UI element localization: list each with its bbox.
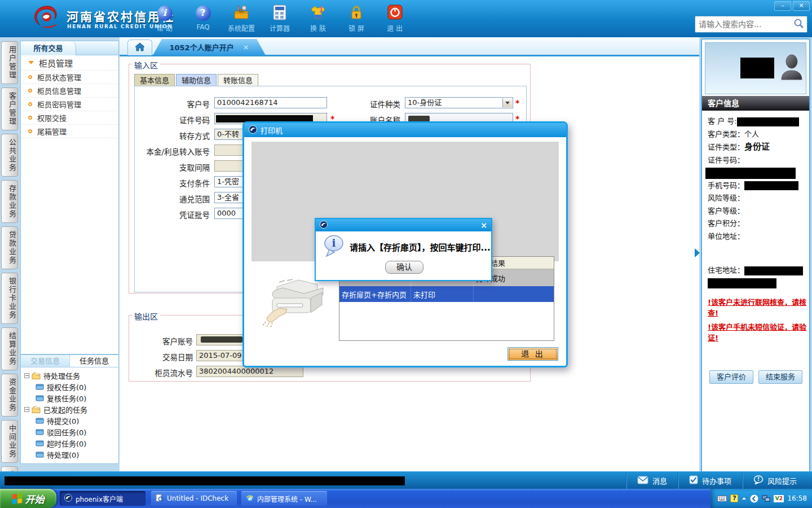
start-button[interactable]: 开始	[0, 489, 56, 508]
field-label: 交易日期	[131, 351, 193, 362]
all-transactions-tab[interactable]: 所有交易	[21, 41, 76, 55]
system-tray: ? V2 16:58	[710, 489, 812, 508]
nav-item-teller-info[interactable]: 柜员信息管理	[21, 84, 118, 98]
help-tray-icon[interactable]: ?	[730, 494, 738, 502]
customer-photo-area	[705, 42, 806, 94]
search-box	[695, 16, 807, 33]
magnifier-doc-icon	[156, 494, 164, 503]
close-button[interactable]: ×	[793, 1, 810, 11]
nav-item-permission-handover[interactable]: 权限交接	[21, 111, 118, 125]
home-tab[interactable]	[127, 40, 152, 55]
taskbar-task-idcheck[interactable]: Untitled - IDCheck	[151, 491, 237, 506]
redaction-bar	[708, 278, 776, 288]
nav-header: 所有交易	[21, 41, 118, 55]
tree-node-auth-tasks[interactable]: 授权任务(0)	[21, 381, 118, 392]
teller-mgmt-group[interactable]: 柜员管理	[21, 55, 118, 71]
tab-trade-info[interactable]: 交易信息	[21, 355, 70, 367]
message-dialog: × i 请插入【存折扉页】，按回车键打印... 确认	[315, 218, 492, 281]
sidebar-item-intermediate-biz[interactable]: 中间业务	[1, 420, 18, 463]
end-service-button[interactable]: 结束服务	[758, 370, 802, 384]
tab-1052-personal-account[interactable]: 1052个人账户开户 ×	[153, 39, 266, 55]
collapse-icon[interactable]: −	[24, 407, 29, 412]
lock-screen-button[interactable]: 锁 屏	[337, 4, 376, 33]
panel-collapse-arrow[interactable]	[695, 248, 700, 257]
sidebar-item-deposit-biz[interactable]: 存款业务	[1, 180, 18, 223]
tab-close-icon[interactable]: ×	[243, 43, 249, 51]
messages-button[interactable]: 消息	[626, 472, 678, 489]
redaction-smudge	[201, 336, 242, 343]
bullet-icon	[28, 116, 32, 120]
expand-tray-icon[interactable]	[742, 496, 747, 501]
home-addr-row2	[708, 277, 807, 290]
collapse-icon[interactable]: −	[24, 373, 29, 378]
taskbar-task-internal-system[interactable]: e 内部管理系统 - W...	[241, 491, 327, 506]
network-icon[interactable]	[762, 495, 770, 502]
sidebar-item-user-mgmt[interactable]: 用户管理	[1, 41, 18, 84]
exit-button[interactable]: 退 出	[376, 4, 414, 33]
form-tabs: 基本信息 辅助信息 转账信息	[134, 74, 259, 86]
tree-node-rejected[interactable]: 驳回任务(0)	[21, 426, 118, 437]
sidebar-item-funds-biz[interactable]: 资金业务	[1, 374, 18, 417]
tab-task-info[interactable]: 任务信息	[70, 355, 118, 367]
change-skin-button[interactable]: 换 肤	[299, 4, 337, 33]
customer-evaluate-button[interactable]: 客户评价	[709, 370, 753, 384]
print-row-selected[interactable]: 存折扉页+存折内页 未打印	[339, 286, 554, 302]
risk-tip-button[interactable]: ! 风险提示	[742, 472, 807, 489]
sidebar-item-customer-mgmt[interactable]: 客户管理	[1, 87, 18, 130]
tab-transfer-info[interactable]: 转账信息	[218, 74, 258, 86]
app-window: 河南省农村信用社 HENAN RURAL CREDIT UNION i 帮 助 …	[0, 0, 812, 508]
search-icon[interactable]	[793, 18, 807, 30]
confirm-button[interactable]: 确认	[385, 261, 423, 274]
tree-node-to-submit[interactable]: 待提交(0)	[21, 415, 118, 426]
risk-row: 风险等级：	[708, 192, 807, 205]
tree-node-initiated-tasks[interactable]: − 已发起的任务	[21, 404, 118, 415]
svg-text:!: !	[757, 476, 760, 482]
header-toolbar: i 帮 助 ? FAQ 系统配置 计算器 换 肤 锁 屏	[145, 4, 414, 33]
status-bar-items: 消息 待办事项 ! 风险提示	[626, 472, 807, 489]
faq-button[interactable]: ? FAQ	[184, 4, 222, 33]
printer-dialog-titlebar[interactable]: 打印机	[244, 123, 566, 137]
bullet-icon	[28, 129, 32, 133]
todo-button[interactable]: 待办事项	[678, 472, 742, 489]
back-circle-icon[interactable]	[750, 494, 758, 503]
redaction-bar	[744, 181, 798, 190]
sidebar-item-bankcard-biz[interactable]: 银行卡业务	[1, 273, 18, 324]
warning-sms-verify[interactable]: !该客户手机未短信验证，请验证!	[708, 322, 807, 343]
antivirus-icon[interactable]: V2	[774, 495, 784, 502]
task-panel-tabs: 交易信息 任务信息	[21, 355, 118, 367]
tree-node-overtime[interactable]: 超时任务(0)	[21, 437, 118, 449]
tree-node-pending-tasks[interactable]: − 待处理任务	[21, 370, 118, 381]
keyboard-icon[interactable]	[717, 496, 727, 502]
tree-node-review-tasks[interactable]: 复核任务(0)	[21, 392, 118, 404]
chevron-down-icon[interactable]	[502, 98, 512, 107]
system-config-button[interactable]: 系统配置	[222, 4, 261, 33]
field-label: 客户账号	[131, 335, 193, 347]
customer-no-input[interactable]: 0100042168714	[214, 97, 327, 108]
sidebar-item-public-biz[interactable]: 公共业务	[1, 134, 18, 177]
nav-item-teller-password[interactable]: 柜员密码管理	[21, 98, 118, 111]
minimize-button[interactable]: –	[774, 1, 791, 11]
id-type-select[interactable]: 10-身份证	[405, 97, 513, 108]
tree-node-to-handle[interactable]: 待处理(0)	[21, 449, 118, 460]
dialog-close-icon[interactable]: ×	[480, 221, 487, 230]
tab-basic-info[interactable]: 基本信息	[134, 74, 175, 86]
calculator-button[interactable]: 计算器	[261, 4, 299, 33]
taskbar-task-phoenix[interactable]: phoenix客户端	[60, 491, 145, 506]
sidebar-item-settlement-biz[interactable]: 结算业务	[1, 327, 18, 370]
warning-network-check[interactable]: !该客户未进行联网核查，请核查!	[708, 297, 807, 318]
field-label: 证件种类	[323, 98, 400, 110]
nav-item-cashbox-mgmt[interactable]: 尾箱管理	[21, 125, 118, 138]
folder-icon	[32, 372, 41, 379]
nav-item-teller-status[interactable]: 柜员状态管理	[21, 71, 118, 84]
message-dialog-titlebar[interactable]: ×	[316, 219, 491, 231]
id-no-label-row: 证件号码：	[708, 154, 807, 167]
tab-auxiliary-info[interactable]: 辅助信息	[176, 74, 217, 86]
customer-info-header: 客户信息	[702, 96, 809, 111]
search-input[interactable]	[695, 20, 793, 29]
customer-info-panel: 客户信息 客 户 号: 客户类型：个人 证件类型：身份证 证件号码： 手机号码：…	[701, 38, 810, 477]
printer-exit-button[interactable]: 退 出	[508, 347, 558, 361]
help-button[interactable]: i 帮 助	[145, 4, 184, 33]
sidebar-item-loan-biz[interactable]: 贷款业务	[1, 226, 18, 269]
customer-type-row: 客户类型：个人	[708, 128, 807, 141]
tshirt-icon	[310, 5, 326, 22]
